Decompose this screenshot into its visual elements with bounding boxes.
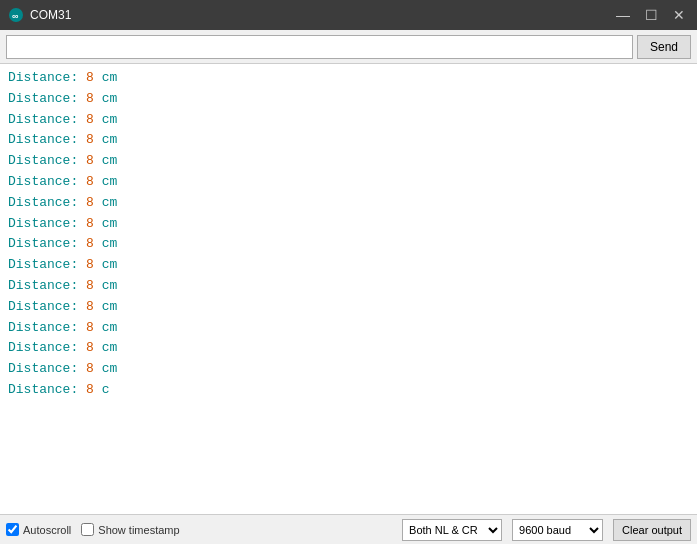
output-line: Distance: 8 cm [8, 359, 689, 380]
output-line: Distance: 8 c [8, 380, 689, 401]
title-bar: ∞ COM31 — ☐ ✕ [0, 0, 697, 30]
autoscroll-checkbox[interactable] [6, 523, 19, 536]
output-line: Distance: 8 cm [8, 276, 689, 297]
output-area[interactable]: Distance: 8 cmDistance: 8 cmDistance: 8 … [0, 64, 697, 514]
status-bar: Autoscroll Show timestamp No line ending… [0, 514, 697, 544]
timestamp-label[interactable]: Show timestamp [98, 524, 179, 536]
window-title: COM31 [30, 8, 613, 22]
baud-rate-select[interactable]: 300 baud1200 baud2400 baud4800 baud9600 … [512, 519, 603, 541]
toolbar: Send [0, 30, 697, 64]
output-line: Distance: 8 cm [8, 297, 689, 318]
output-line: Distance: 8 cm [8, 234, 689, 255]
output-line: Distance: 8 cm [8, 68, 689, 89]
output-line: Distance: 8 cm [8, 110, 689, 131]
line-ending-select[interactable]: No line endingNewlineCarriage returnBoth… [402, 519, 502, 541]
close-button[interactable]: ✕ [669, 5, 689, 25]
output-line: Distance: 8 cm [8, 89, 689, 110]
clear-output-button[interactable]: Clear output [613, 519, 691, 541]
autoscroll-group: Autoscroll [6, 523, 71, 536]
minimize-button[interactable]: — [613, 5, 633, 25]
timestamp-checkbox[interactable] [81, 523, 94, 536]
output-line: Distance: 8 cm [8, 214, 689, 235]
output-line: Distance: 8 cm [8, 151, 689, 172]
maximize-button[interactable]: ☐ [641, 5, 661, 25]
window-controls: — ☐ ✕ [613, 5, 689, 25]
output-line: Distance: 8 cm [8, 172, 689, 193]
output-line: Distance: 8 cm [8, 318, 689, 339]
send-button[interactable]: Send [637, 35, 691, 59]
output-line: Distance: 8 cm [8, 255, 689, 276]
timestamp-group: Show timestamp [81, 523, 179, 536]
autoscroll-label[interactable]: Autoscroll [23, 524, 71, 536]
output-line: Distance: 8 cm [8, 338, 689, 359]
arduino-logo: ∞ [8, 7, 24, 23]
output-line: Distance: 8 cm [8, 193, 689, 214]
svg-text:∞: ∞ [12, 11, 19, 21]
output-line: Distance: 8 cm [8, 130, 689, 151]
send-input[interactable] [6, 35, 633, 59]
